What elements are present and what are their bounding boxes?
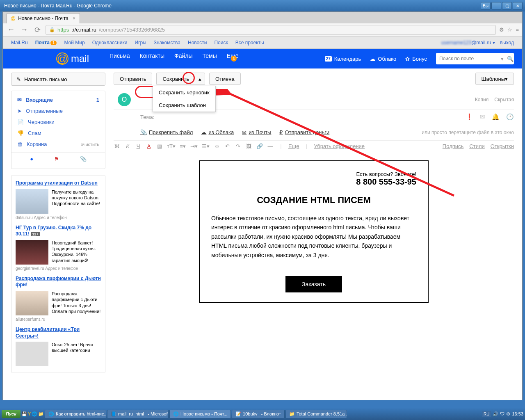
folder-drafts[interactable]: 📄Черновики xyxy=(11,116,105,128)
dropdown-icon[interactable]: ▾ xyxy=(501,56,504,62)
calendar-link[interactable]: 27Календарь xyxy=(325,56,361,62)
undo-button[interactable]: ↶ xyxy=(224,143,231,149)
underline-button[interactable]: Ч xyxy=(135,143,142,149)
bold-button[interactable]: Ж xyxy=(114,143,120,149)
tab-favicon: @ xyxy=(11,16,16,21)
flag-icon[interactable]: ⚑ xyxy=(54,156,59,162)
nav-more[interactable]: Ещё3 xyxy=(227,52,239,65)
emoji-button[interactable]: ☺ xyxy=(214,143,220,149)
save-draft-item[interactable]: Сохранить черновик xyxy=(153,86,215,99)
email-body-preview[interactable]: Есть вопросы? Звоните! 8 800 555-33-95 С… xyxy=(199,160,429,303)
topbar-link[interactable]: Игры xyxy=(135,40,146,46)
topbar-link[interactable]: Мой Мир xyxy=(64,40,84,46)
fontsize-button[interactable]: тТ▾ xyxy=(167,143,176,149)
italic-button[interactable]: К xyxy=(124,143,131,149)
exit-link[interactable]: выход xyxy=(500,40,514,46)
back-button[interactable]: ← xyxy=(6,25,16,35)
ad-image[interactable] xyxy=(16,189,48,214)
attach-icon[interactable]: 📎 xyxy=(80,156,87,162)
ad-title[interactable]: Центр реабилитации «Три Сестры»! xyxy=(16,326,101,339)
forward-button[interactable]: → xyxy=(19,25,29,35)
spam-icon: 👎 xyxy=(17,130,24,136)
send-money-link[interactable]: ₽Отправить деньги xyxy=(279,129,329,135)
ad-image[interactable] xyxy=(16,342,48,366)
browser-tab[interactable]: @ Новое письмо - Почта Mail.R × xyxy=(6,13,80,23)
window-close-button[interactable]: ✕ xyxy=(513,2,523,9)
menu-icon[interactable]: ≡ xyxy=(516,27,519,33)
cancel-button[interactable]: Отмена xyxy=(209,73,241,85)
topbar-link-active[interactable]: Почта1 xyxy=(35,40,57,46)
send-button[interactable]: Отправить xyxy=(114,73,152,85)
window-min-button[interactable]: _ xyxy=(491,2,501,9)
indent-button[interactable]: ⇥▾ xyxy=(190,143,198,149)
bgcolor-button[interactable]: ▨ xyxy=(156,143,163,149)
topbar-link[interactable]: Одноклассники xyxy=(92,40,128,46)
bonus-link[interactable]: ✿Бонус xyxy=(405,56,427,62)
signature-link[interactable]: Подпись xyxy=(443,143,463,149)
dot-icon[interactable]: ● xyxy=(30,156,33,162)
ad-title[interactable]: Программа утилизации от Datsun xyxy=(16,180,101,187)
folder-inbox[interactable]: ✉Входящие1 xyxy=(11,94,105,105)
mail-logo[interactable]: @ mail xyxy=(56,52,89,65)
save-button[interactable]: Сохранить xyxy=(156,73,195,85)
image-button[interactable]: 🖼 xyxy=(246,143,252,149)
redo-button[interactable]: ↷ xyxy=(235,143,242,149)
styles-link[interactable]: Стили xyxy=(469,143,484,149)
topbar-link[interactable]: Новости xyxy=(188,40,207,46)
email-cta-button[interactable]: Заказать xyxy=(285,276,342,292)
bcc-link[interactable]: Скрытая xyxy=(494,97,514,103)
folder-spam[interactable]: 👎Спам xyxy=(11,128,105,139)
topbar-link[interactable]: Mail.Ru xyxy=(11,40,28,46)
window-max-button[interactable]: ▢ xyxy=(502,2,512,9)
ad-image[interactable] xyxy=(16,291,48,315)
editor-clear[interactable]: Убрать оформление xyxy=(314,143,365,149)
receipt-icon[interactable]: ✉ xyxy=(480,113,485,121)
window-titlebar: Новое письмо - Почта Mail.Ru - Google Ch… xyxy=(0,0,525,11)
nav-files[interactable]: Файлы xyxy=(174,52,192,65)
attach-file-link[interactable]: 📎Прикрепить файл xyxy=(140,129,193,135)
reload-button[interactable]: ⟳ xyxy=(32,25,42,35)
folder-sent[interactable]: ➤Отправленные xyxy=(11,105,105,116)
user-email[interactable]: username123@mail.ru ▾ xyxy=(441,40,495,46)
compose-button[interactable]: ✎ Написать письмо xyxy=(11,73,105,86)
color-button[interactable]: А xyxy=(146,143,152,149)
schedule-icon[interactable]: 🕐 xyxy=(506,113,514,121)
editor-more[interactable]: Еще xyxy=(288,143,299,149)
templates-button[interactable]: Шаблоны ▾ xyxy=(475,73,514,85)
nav-themes[interactable]: Темы xyxy=(203,52,217,65)
tab-close-icon[interactable]: × xyxy=(73,16,75,21)
notify-icon[interactable]: 🔔 xyxy=(492,113,500,121)
cards-link[interactable]: Открытки xyxy=(491,143,514,149)
ad-title[interactable]: НГ Тур в Грузию. Скидка 7% до 30.11! 12+ xyxy=(16,225,101,237)
compose-label: Написать письмо xyxy=(24,76,67,82)
attach-mail-link[interactable]: ✉из Почты xyxy=(242,129,271,135)
folder-label: Черновики xyxy=(28,119,55,125)
url-input[interactable]: 🔒 https://e.mail.ru/compose/?15433266968… xyxy=(46,25,496,35)
topbar-link[interactable]: Все проекты xyxy=(235,40,264,46)
compose-form: О Копия Скрытая Тема: ❗ ✉ 🔔 xyxy=(114,90,514,303)
align-button[interactable]: ≡▾ xyxy=(180,143,186,149)
search-icon[interactable]: 🔍 xyxy=(507,56,514,62)
folder-trash[interactable]: 🗑Корзинаочистить xyxy=(11,139,105,150)
ad-image[interactable] xyxy=(16,240,48,265)
window-lang-button[interactable]: Вы xyxy=(481,2,491,9)
cloud-link[interactable]: ☁Облако xyxy=(370,56,396,62)
save-template-item[interactable]: Сохранить шаблон xyxy=(153,99,215,112)
link-button[interactable]: 🔗 xyxy=(256,143,263,149)
list-button[interactable]: ☰▾ xyxy=(202,143,210,149)
nav-letters[interactable]: Письма xyxy=(110,52,130,65)
hr-button[interactable]: — xyxy=(267,143,274,149)
save-dropdown-button[interactable]: ▴ xyxy=(195,73,205,85)
attach-cloud-link[interactable]: ☁из Облака xyxy=(201,129,234,135)
clear-link[interactable]: очистить xyxy=(81,142,99,147)
topbar-link[interactable]: Поиск xyxy=(214,40,228,46)
ad-title[interactable]: Распродажа парфюмерии с Дьюти фри! xyxy=(16,276,101,288)
search-box[interactable]: ▾ 🔍 xyxy=(436,53,514,64)
search-input[interactable] xyxy=(439,56,501,62)
priority-icon[interactable]: ❗ xyxy=(466,113,473,121)
topbar-link[interactable]: Знакомства xyxy=(154,40,180,46)
star-icon[interactable]: ☆ xyxy=(507,27,512,33)
nav-contacts[interactable]: Контакты xyxy=(140,52,164,65)
settings-icon[interactable]: ⚙ xyxy=(499,27,504,33)
cc-link[interactable]: Копия xyxy=(475,97,488,103)
